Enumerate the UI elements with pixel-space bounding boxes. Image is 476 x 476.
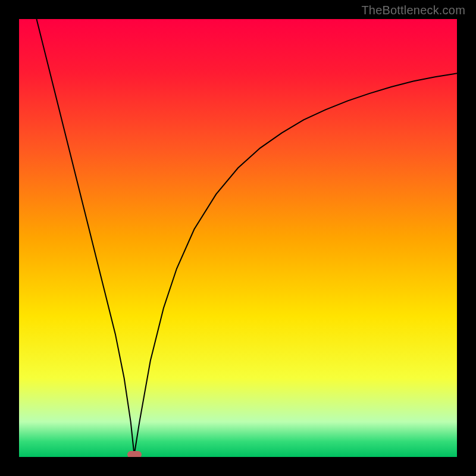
chart-svg [19,19,457,457]
watermark-label: TheBottleneck.com [361,4,465,17]
gradient-backdrop [19,19,457,457]
plot-area [19,19,457,457]
optimum-marker [127,451,142,457]
chart-frame: TheBottleneck.com [0,0,476,476]
